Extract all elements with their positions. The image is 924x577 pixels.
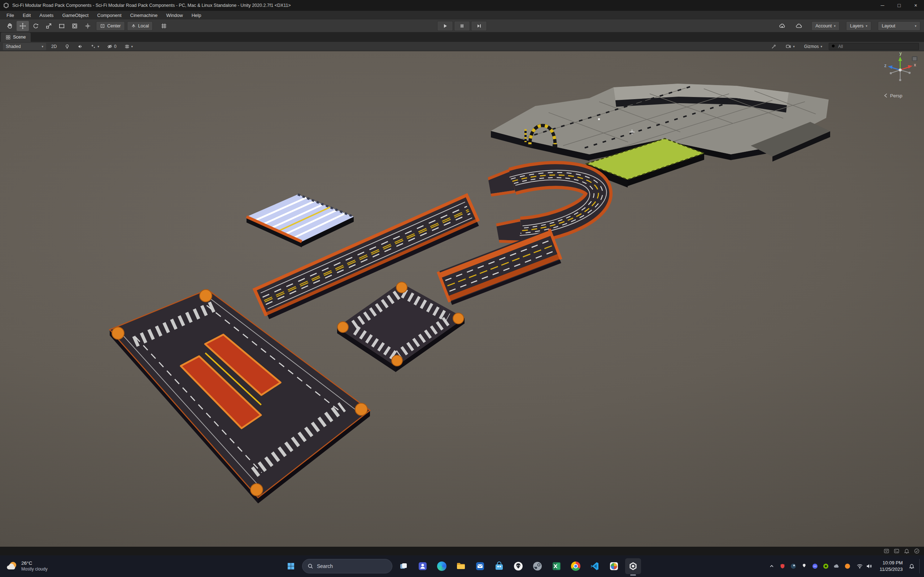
orientation-toggle-button[interactable]: Local	[127, 21, 153, 31]
taskbar-app-teams[interactable]	[415, 558, 431, 574]
taskbar-app-alienware[interactable]	[510, 558, 526, 574]
tab-scene[interactable]: Scene	[1, 32, 31, 42]
orientation-gizmo[interactable]: y z x	[884, 51, 916, 81]
taskbar-app-microsoft-store[interactable]	[491, 558, 507, 574]
layout-dropdown[interactable]: Layout ▾	[878, 21, 921, 31]
menu-bar: File Edit Assets GameObject Component Ci…	[0, 11, 924, 19]
rect-tool-button[interactable]	[56, 21, 68, 31]
menu-file[interactable]: File	[2, 11, 18, 19]
menu-component[interactable]: Component	[93, 11, 126, 19]
pause-button[interactable]	[454, 21, 470, 31]
blue-striped-tile[interactable]	[247, 194, 354, 247]
chevron-down-icon: ▾	[821, 45, 822, 48]
grid-snapping-button[interactable]	[158, 21, 170, 31]
task-view-button[interactable]	[396, 558, 412, 574]
show-desktop-button[interactable]	[919, 559, 921, 574]
layers-dropdown[interactable]: Layers ▾	[846, 21, 871, 31]
hidden-object-count: 0	[114, 44, 116, 49]
hand-tool-button[interactable]	[3, 21, 16, 31]
scale-tool-button[interactable]	[43, 21, 55, 31]
scene-search-field[interactable]: All	[829, 43, 919, 50]
step-icon	[477, 23, 481, 29]
teams-icon	[418, 561, 427, 571]
menu-cinemachine[interactable]: Cinemachine	[126, 11, 162, 19]
account-dropdown[interactable]: Account ▾	[811, 21, 840, 31]
scene-lighting-toggle[interactable]	[62, 43, 73, 50]
status-check-icon[interactable]	[914, 548, 920, 554]
taskbar-app-excel[interactable]	[549, 558, 564, 574]
road-avenue-piece[interactable]	[110, 290, 370, 503]
projection-toggle[interactable]: Persp	[885, 93, 902, 98]
shading-mode-dropdown[interactable]: Shaded ▾	[3, 43, 46, 50]
system-indicators[interactable]	[854, 563, 875, 569]
taskbar-app-chrome[interactable]	[568, 558, 584, 574]
step-button[interactable]	[471, 21, 487, 31]
bell-icon	[909, 563, 914, 569]
status-activity-icon[interactable]	[884, 548, 889, 554]
tray-icon-mcafee[interactable]	[778, 561, 787, 571]
collab-button[interactable]	[776, 21, 788, 31]
rotate-tool-button[interactable]	[30, 21, 42, 31]
tray-icon-steam[interactable]	[789, 561, 798, 571]
menu-assets[interactable]: Assets	[35, 11, 58, 19]
status-notifications-icon[interactable]	[904, 548, 909, 554]
gizmos-label: Gizmos	[804, 44, 819, 49]
move-icon	[19, 23, 26, 29]
gizmo-menu-icon[interactable]	[912, 56, 918, 61]
menu-help[interactable]: Help	[187, 11, 206, 19]
tray-expand-button[interactable]	[767, 561, 776, 571]
road-intersection[interactable]	[337, 282, 465, 372]
layers-label: Layers	[850, 23, 864, 29]
windows-taskbar: 26°C Mostly cloudy	[0, 555, 924, 577]
2d-toggle[interactable]: 2D	[48, 43, 60, 50]
taskbar-search[interactable]	[302, 559, 393, 574]
scene-tab-label: Scene	[13, 35, 26, 40]
gizmos-dropdown[interactable]: Gizmos ▾	[801, 43, 825, 50]
chevron-down-icon: ▾	[793, 45, 795, 48]
taskbar-app-outlook[interactable]	[472, 558, 488, 574]
window-titlebar: Sci-Fi Modular Road Pack Components - Sc…	[0, 0, 924, 11]
tray-icon-nvidia[interactable]	[821, 561, 830, 571]
custom-tool-button[interactable]	[82, 21, 94, 31]
scene-grid-dropdown[interactable]: ▾	[122, 43, 136, 50]
start-button[interactable]	[283, 558, 299, 574]
scene-audio-toggle[interactable]	[75, 43, 86, 50]
cloud-button[interactable]	[793, 21, 805, 31]
pivot-toggle-button[interactable]: Center	[96, 21, 125, 31]
scene-viewport[interactable]: y z x Persp	[0, 51, 924, 547]
tray-icon-epic[interactable]	[843, 561, 852, 571]
menu-gameobject[interactable]: GameObject	[58, 11, 93, 19]
scene-camera-dropdown[interactable]: ▾	[783, 43, 798, 50]
pivot-dot	[598, 118, 600, 120]
tray-icon-onedrive[interactable]	[832, 561, 842, 571]
scene-visibility-toggle[interactable]: 0	[104, 43, 120, 50]
minimize-button[interactable]: ─	[874, 0, 891, 11]
steam-icon	[533, 561, 542, 571]
menu-window[interactable]: Window	[162, 11, 187, 19]
window-title: Sci-Fi Modular Road Pack Components - Sc…	[12, 3, 291, 8]
weather-temperature: 26°C	[21, 560, 48, 567]
taskbar-search-input[interactable]	[317, 563, 378, 569]
menu-edit[interactable]: Edit	[18, 11, 35, 19]
taskbar-app-file-explorer[interactable]	[453, 558, 469, 574]
notification-bell-button[interactable]	[907, 561, 916, 571]
taskbar-app-unity[interactable]	[625, 558, 641, 574]
eye-slash-icon	[107, 44, 112, 49]
editor-tools-button[interactable]	[769, 43, 779, 50]
play-button[interactable]	[437, 21, 453, 31]
move-tool-button[interactable]	[16, 21, 29, 31]
scene-effects-dropdown[interactable]: ▾	[88, 43, 102, 50]
taskbar-app-vscode[interactable]	[587, 558, 603, 574]
status-console-icon[interactable]	[894, 548, 900, 554]
taskbar-clock[interactable]: 10:09 PM 11/25/2023	[877, 560, 906, 572]
taskbar-app-steam[interactable]	[530, 558, 545, 574]
weather-widget[interactable]: 26°C Mostly cloudy	[3, 558, 50, 574]
cloud-icon	[834, 563, 840, 569]
transform-tool-button[interactable]	[69, 21, 81, 31]
taskbar-app-photos[interactable]	[606, 558, 622, 574]
close-button[interactable]: ×	[908, 0, 924, 11]
maximize-button[interactable]: □	[891, 0, 908, 11]
tray-icon-discord[interactable]	[810, 561, 820, 571]
tray-icon-alienware[interactable]	[800, 561, 809, 571]
taskbar-app-edge[interactable]	[434, 558, 450, 574]
